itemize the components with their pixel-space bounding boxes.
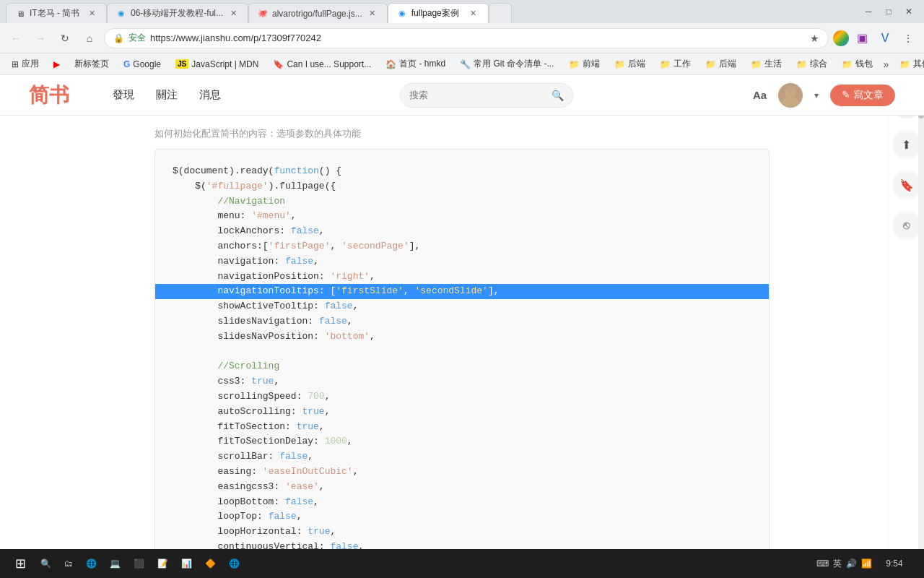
taskbar: ⊞ 🔍 🗂 🌐 💻 ⬛ 📝 📊 🔶 🌐 ⌨ 英 🔊 📶 9:54 — [0, 549, 924, 578]
search-input[interactable] — [409, 90, 546, 100]
url-bar[interactable]: 🔒 安全 https://www.jianshu.com/p/17309f770… — [104, 28, 829, 48]
menu-button[interactable]: ⋮ — [898, 28, 918, 48]
nav-messages[interactable]: 消息 — [199, 88, 221, 102]
nav-discover[interactable]: 發現 — [113, 88, 134, 102]
bookmark-folder-frontend[interactable]: 📁 前端 — [563, 56, 606, 72]
taskbar-chrome[interactable]: 🌐 — [223, 556, 245, 571]
tab-4[interactable]: ◉ fullpage案例 ✕ — [388, 3, 489, 23]
jianshu-logo[interactable]: 简书 — [29, 82, 69, 109]
tab-1[interactable]: 🖥 IT老马 - 简书 ✕ — [6, 3, 107, 23]
forward-button[interactable]: → — [30, 28, 51, 48]
bookmark-folder-other[interactable]: 📁 其他书签 — [894, 56, 924, 72]
maximize-button[interactable]: □ — [879, 4, 898, 19]
refresh-button[interactable]: ↻ — [55, 28, 75, 48]
tab-2-icon: ◉ — [116, 9, 126, 19]
code-line-21: easing: 'easeInOutCubic', — [173, 465, 751, 480]
tray-network-icon[interactable]: 📶 — [861, 558, 872, 569]
article-header-text: 如何初始化配置简书的内容：选项参数的具体功能 — [154, 127, 770, 140]
taskbar-cmd[interactable]: ⬛ — [128, 556, 150, 571]
taskbar-clock: 9:54 — [876, 558, 912, 569]
taskbar-vscode[interactable]: 💻 — [104, 556, 126, 571]
window-controls: ─ □ ✕ — [859, 4, 918, 19]
tab-3-close[interactable]: ✕ — [367, 8, 378, 20]
bookmark-mdn[interactable]: JS JavaScript | MDN — [170, 57, 264, 72]
bookmark-folder-misc[interactable]: 📁 综合 — [790, 56, 833, 72]
bookmark-apps[interactable]: ⊞ 应用 — [6, 56, 45, 72]
extension-1-icon[interactable]: ▣ — [852, 28, 872, 48]
tab-3[interactable]: 🐙 alvarotrigo/fullPage.js... ✕ — [248, 3, 388, 23]
main-content: 简书 發現 關注 消息 🔍 Aa ▾ — [0, 75, 924, 549]
tabs-area: 🖥 IT老马 - 简书 ✕ ◉ 06-移动端开发教程-ful... ✕ 🐙 al… — [6, 0, 853, 23]
code-line-20: scrollBar: false, — [173, 449, 751, 465]
apps-icon: ⊞ — [12, 59, 19, 69]
tray-keyboard-icon: ⌨ — [816, 558, 829, 569]
jianshu-nav: 發現 關注 消息 — [113, 88, 221, 102]
jianshu-header: 简书 發現 關注 消息 🔍 Aa ▾ — [0, 75, 924, 116]
taskbar-search[interactable]: 🔍 — [35, 556, 57, 571]
extension-2-icon[interactable]: V — [875, 28, 895, 48]
bookmark-hmkd[interactable]: 🏠 首页 - hmkd — [380, 56, 451, 72]
write-button[interactable]: ✎ 寫文章 — [830, 85, 895, 106]
tab-4-icon: ◉ — [397, 9, 407, 19]
tab-4-close[interactable]: ✕ — [468, 8, 479, 20]
bookmark-git[interactable]: 🔧 常用 Git 命令清单 -... — [454, 56, 559, 72]
bookmark-button[interactable]: 🔖 — [892, 171, 921, 199]
tab-1-title: IT老马 - 简书 — [30, 7, 82, 20]
start-button[interactable]: ⊞ — [6, 553, 35, 574]
bookmark-folder-work[interactable]: 📁 工作 — [654, 56, 697, 72]
bookmarks-more-button[interactable]: » — [881, 56, 892, 72]
back-button[interactable]: ← — [6, 28, 26, 48]
scroll-track[interactable] — [918, 75, 924, 549]
address-bar: ← → ↻ ⌂ 🔒 安全 https://www.jianshu.com/p/1… — [0, 23, 924, 53]
bookmark-video[interactable]: ▶ — [48, 57, 66, 72]
social-share-button[interactable]: ⎋ — [892, 211, 921, 240]
code-line-16: scrollingSpeed: 700, — [173, 389, 751, 405]
tab-1-icon: 🖥 — [15, 9, 25, 19]
bookmark-star-icon[interactable]: ★ — [810, 33, 819, 44]
code-line-26: continuousVertical: false, — [173, 540, 751, 549]
bookmark-folder-backend2[interactable]: 📁 后端 — [699, 56, 742, 72]
taskbar-edge[interactable]: 🌐 — [80, 556, 103, 571]
bookmark-folder-life[interactable]: 📁 生活 — [745, 56, 788, 72]
taskbar-red[interactable]: 🔶 — [199, 556, 222, 571]
chrome-icon[interactable] — [833, 30, 849, 46]
tray-volume-icon[interactable]: 🔊 — [846, 558, 857, 569]
bookmark-folder-wallet[interactable]: 📁 钱包 — [836, 56, 879, 72]
taskbar-notepad[interactable]: 📝 — [152, 556, 174, 571]
tab-1-close[interactable]: ✕ — [86, 8, 97, 20]
taskbar-files[interactable]: 🗂 — [58, 556, 79, 571]
secure-label: 安全 — [128, 32, 146, 44]
share-upload-button[interactable]: ⬆ — [892, 130, 921, 159]
close-button[interactable]: ✕ — [899, 4, 918, 19]
hmkd-icon: 🏠 — [385, 59, 396, 69]
home-button[interactable]: ⌂ — [79, 28, 100, 48]
taskbar-excel[interactable]: 📊 — [175, 556, 198, 571]
url-text: https://www.jianshu.com/p/17309f770242 — [150, 33, 806, 43]
code-line-22: easingcss3: 'ease', — [173, 480, 751, 495]
tab-2-close[interactable]: ✕ — [227, 8, 239, 20]
minimize-button[interactable]: ─ — [859, 4, 878, 19]
folder-misc-icon: 📁 — [796, 59, 807, 69]
font-size-button[interactable]: Aa — [753, 89, 767, 101]
browser-window: 🖥 IT老马 - 简书 ✕ ◉ 06-移动端开发教程-ful... ✕ 🐙 al… — [0, 0, 924, 549]
tab-2[interactable]: ◉ 06-移动端开发教程-ful... ✕ — [107, 3, 248, 23]
bookmark-newtab[interactable]: 新标签页 — [69, 56, 115, 72]
search-icon[interactable]: 🔍 — [552, 90, 564, 101]
article-content: 如何初始化配置简书的内容：选项参数的具体功能 $(document).ready… — [137, 116, 787, 549]
page-content: 简书 發現 關注 消息 🔍 Aa ▾ — [0, 75, 924, 549]
tray-ime-icon[interactable]: 英 — [833, 558, 842, 570]
folder-frontend-icon: 📁 — [569, 59, 580, 69]
browser-toolbar: ▣ V ⋮ — [833, 28, 918, 48]
code-line-1: $(document).ready(function() { — [173, 164, 751, 179]
search-box[interactable]: 🔍 — [400, 83, 573, 108]
bookmark-caniuse[interactable]: 🔖 Can I use... Support... — [267, 57, 377, 72]
code-line-8: navigationPosition: 'right', — [173, 269, 751, 285]
avatar-chevron-icon[interactable]: ▾ — [814, 90, 819, 100]
user-avatar[interactable] — [778, 83, 803, 108]
tab-4-title: fullpage案例 — [411, 7, 463, 20]
bookmark-google[interactable]: G Google — [118, 57, 167, 72]
code-line-10: showActiveTooltip: false, — [173, 299, 751, 314]
js-icon: JS — [175, 59, 188, 69]
nav-follow[interactable]: 關注 — [156, 88, 178, 102]
bookmark-folder-backend1[interactable]: 📁 后端 — [609, 56, 651, 72]
